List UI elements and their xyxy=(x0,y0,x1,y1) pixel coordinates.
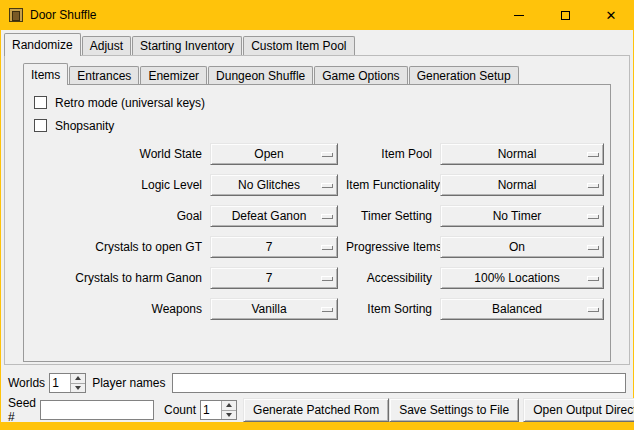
shopsanity-row: Shopsanity xyxy=(34,114,610,137)
item-pool-value: Normal xyxy=(498,147,547,161)
seed-row: Seed # Count Generate Patched Rom Save S… xyxy=(8,398,626,422)
worlds-row: Worlds Player names xyxy=(8,372,626,394)
progressive-items-dropdown[interactable]: On xyxy=(440,236,604,258)
item-pool-label: Item Pool xyxy=(346,147,432,161)
tab-starting-inventory[interactable]: Starting Inventory xyxy=(132,36,242,55)
tab-custom-item-pool[interactable]: Custom Item Pool xyxy=(243,36,354,55)
dropdown-indicator-icon xyxy=(321,276,332,280)
maximize-button[interactable] xyxy=(542,0,588,30)
dropdown-indicator-icon xyxy=(587,183,598,187)
weapons-value: Vanilla xyxy=(251,302,296,316)
count-spinner[interactable] xyxy=(200,400,237,420)
weapons-label: Weapons xyxy=(34,302,202,316)
tab-randomize[interactable]: Randomize xyxy=(4,33,81,56)
open-output-directory-button[interactable]: Open Output Directory xyxy=(523,398,634,422)
dropdown-indicator-icon xyxy=(321,183,332,187)
arrow-up-icon xyxy=(75,376,81,380)
dropdown-indicator-icon xyxy=(587,245,598,249)
worlds-spinner[interactable] xyxy=(49,373,86,393)
item-pool-dropdown[interactable]: Normal xyxy=(440,143,604,165)
tab-game-options[interactable]: Game Options xyxy=(314,66,407,84)
accessibility-value: 100% Locations xyxy=(474,271,569,285)
item-sorting-value: Balanced xyxy=(492,302,552,316)
crystals-open-gt-value: 7 xyxy=(266,240,283,254)
accessibility-label: Accessibility xyxy=(346,271,432,285)
retro-mode-row: Retro mode (universal keys) xyxy=(34,91,610,114)
spin-up-button[interactable] xyxy=(221,401,236,410)
arrow-up-icon xyxy=(226,403,232,407)
tab-items[interactable]: Items xyxy=(23,63,68,85)
world-state-label: World State xyxy=(34,147,202,161)
item-sorting-dropdown[interactable]: Balanced xyxy=(440,298,604,320)
goal-dropdown[interactable]: Defeat Ganon xyxy=(210,205,338,227)
arrow-down-icon xyxy=(226,413,232,417)
crystals-harm-ganon-dropdown[interactable]: 7 xyxy=(210,267,338,289)
item-functionality-dropdown[interactable]: Normal xyxy=(440,174,604,196)
dropdown-indicator-icon xyxy=(587,152,598,156)
logic-level-dropdown[interactable]: No Glitches xyxy=(210,174,338,196)
shopsanity-checkbox[interactable] xyxy=(34,119,47,132)
minimize-button[interactable] xyxy=(496,0,542,30)
timer-setting-dropdown[interactable]: No Timer xyxy=(440,205,604,227)
tab-enemizer[interactable]: Enemizer xyxy=(140,66,207,84)
progressive-items-label: Progressive Items xyxy=(346,240,432,254)
spin-up-button[interactable] xyxy=(70,374,85,383)
window-controls: ✕ xyxy=(496,0,634,30)
crystals-open-gt-dropdown[interactable]: 7 xyxy=(210,236,338,258)
maximize-icon xyxy=(561,11,570,20)
weapons-dropdown[interactable]: Vanilla xyxy=(210,298,338,320)
item-sorting-label: Item Sorting xyxy=(346,302,432,316)
retro-mode-checkbox[interactable] xyxy=(34,96,47,109)
close-icon: ✕ xyxy=(606,9,617,22)
crystals-harm-ganon-value: 7 xyxy=(266,271,283,285)
seed-label: Seed # xyxy=(8,396,36,424)
dropdown-indicator-icon xyxy=(321,245,332,249)
options-grid: World State Open Item Pool Normal Logic … xyxy=(34,143,610,320)
tab-generation-setup[interactable]: Generation Setup xyxy=(409,66,519,84)
spin-down-button[interactable] xyxy=(221,410,236,420)
count-input[interactable] xyxy=(201,401,221,419)
progressive-items-value: On xyxy=(509,240,535,254)
dropdown-indicator-icon xyxy=(321,214,332,218)
count-spinner-buttons xyxy=(221,401,236,419)
logic-level-label: Logic Level xyxy=(34,178,202,192)
dropdown-indicator-icon xyxy=(321,307,332,311)
close-button[interactable]: ✕ xyxy=(588,0,634,30)
primary-tab-bar: Randomize Adjust Starting Inventory Cust… xyxy=(1,31,633,55)
dropdown-indicator-icon xyxy=(321,152,332,156)
generate-patched-rom-button[interactable]: Generate Patched Rom xyxy=(243,398,389,422)
minimize-icon xyxy=(514,15,524,16)
dropdown-indicator-icon xyxy=(587,307,598,311)
crystals-open-gt-label: Crystals to open GT xyxy=(34,240,202,254)
logic-level-value: No Glitches xyxy=(238,178,310,192)
crystals-harm-ganon-label: Crystals to harm Ganon xyxy=(34,271,202,285)
window-title: Door Shuffle xyxy=(30,8,97,22)
dropdown-indicator-icon xyxy=(587,276,598,280)
player-names-label: Player names xyxy=(92,376,165,390)
title-bar: Door Shuffle ✕ xyxy=(0,0,634,30)
save-settings-button[interactable]: Save Settings to File xyxy=(389,398,519,422)
tab-dungeon-shuffle[interactable]: Dungeon Shuffle xyxy=(208,66,313,84)
shopsanity-label: Shopsanity xyxy=(55,119,114,133)
tab-adjust[interactable]: Adjust xyxy=(82,36,131,55)
retro-mode-label: Retro mode (universal keys) xyxy=(55,96,205,110)
goal-value: Defeat Ganon xyxy=(232,209,317,223)
secondary-tab-bar: Items Entrances Enemizer Dungeon Shuffle… xyxy=(5,61,629,84)
player-names-input[interactable] xyxy=(172,373,627,393)
app-icon[interactable] xyxy=(9,8,23,22)
world-state-dropdown[interactable]: Open xyxy=(210,143,338,165)
seed-input[interactable] xyxy=(40,400,154,420)
spin-down-button[interactable] xyxy=(70,383,85,393)
accessibility-dropdown[interactable]: 100% Locations xyxy=(440,267,604,289)
worlds-input[interactable] xyxy=(50,374,70,392)
world-state-value: Open xyxy=(254,147,293,161)
tab-entrances[interactable]: Entrances xyxy=(69,66,139,84)
count-label: Count xyxy=(164,403,196,417)
randomize-tab-page: Items Entrances Enemizer Dungeon Shuffle… xyxy=(4,55,630,365)
timer-setting-value: No Timer xyxy=(493,209,552,223)
app-window: Door Shuffle ✕ Randomize Adjust Starting… xyxy=(0,0,634,430)
items-tab-page: Retro mode (universal keys) Shopsanity W… xyxy=(23,84,611,362)
worlds-label: Worlds xyxy=(8,376,45,390)
item-functionality-value: Normal xyxy=(498,178,547,192)
goal-label: Goal xyxy=(34,209,202,223)
